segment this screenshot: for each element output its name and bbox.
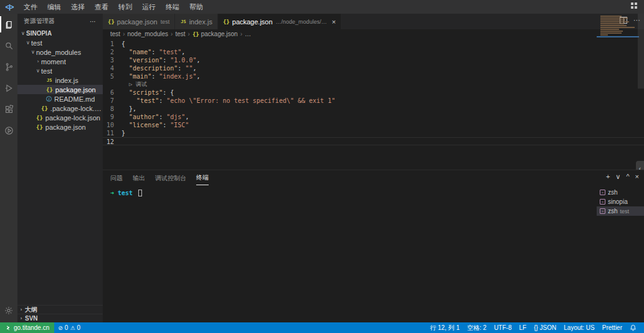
run-circle-icon[interactable]: [0, 120, 17, 141]
panel-tab[interactable]: 输出: [133, 171, 145, 185]
breadcrumb-item[interactable]: test: [110, 31, 120, 37]
menu-item[interactable]: 帮助: [184, 0, 208, 14]
tree-item[interactable]: iREADME.md: [17, 94, 103, 104]
maximize-panel-icon[interactable]: ^: [626, 173, 629, 181]
tree-item[interactable]: JSindex.js: [17, 75, 103, 85]
code-editor[interactable]: 1{2 "name": "test",3 "version": "1.0.0",…: [103, 39, 644, 170]
new-terminal-icon[interactable]: +: [606, 173, 610, 181]
explorer-title: 资源管理器: [24, 17, 55, 26]
line-number: 4: [103, 64, 121, 72]
terminal[interactable]: ➜ test: [110, 189, 594, 322]
editor-tab[interactable]: {}package.jsontest: [103, 14, 175, 29]
encoding-status[interactable]: UTF-8: [490, 322, 515, 333]
code-token: "license": [129, 122, 163, 128]
tab-suffix: test: [161, 19, 170, 25]
extensions-icon[interactable]: [0, 99, 17, 120]
breadcrumb-item[interactable]: test: [175, 31, 185, 37]
code-token: "djs": [166, 113, 185, 120]
eol-status[interactable]: LF: [515, 322, 530, 333]
activity-bar: [0, 14, 17, 322]
tree-item[interactable]: ›moment: [17, 57, 103, 66]
tree-item[interactable]: ∨test: [17, 38, 103, 47]
terminal-list-item[interactable]: >zsh: [597, 188, 644, 197]
notifications-bell-icon[interactable]: [626, 322, 640, 333]
code-token: :: [151, 73, 159, 80]
formatter-status[interactable]: Prettier: [599, 322, 626, 333]
terminal-dropdown-icon[interactable]: ∨: [615, 173, 620, 181]
keyboard-layout-status[interactable]: Layout: US: [560, 322, 598, 333]
source-control-icon[interactable]: [0, 56, 17, 77]
explorer-icon[interactable]: [0, 14, 17, 35]
code-text: }: [121, 129, 125, 137]
minimap[interactable]: [600, 16, 637, 37]
sidebar-section-svn[interactable]: ›SVN: [17, 314, 103, 322]
menu-item[interactable]: 文件: [19, 0, 42, 14]
line-number: 5: [103, 72, 121, 80]
sidebar-section-outline[interactable]: ›大纲: [17, 305, 103, 314]
close-panel-icon[interactable]: ×: [635, 173, 639, 181]
remote-indicator[interactable]: go.titande.cn: [0, 322, 54, 333]
editor-tab[interactable]: {}package.json…/node_modules/…×: [218, 14, 341, 29]
menu-item[interactable]: 终端: [161, 0, 184, 14]
tab-label: package.json: [232, 18, 273, 26]
tree-item[interactable]: {}.package-lock.json: [17, 104, 103, 113]
code-text: "version": "1.0.0",: [121, 56, 200, 64]
terminal-list-item[interactable]: >zshtest: [597, 206, 644, 216]
language-mode-status[interactable]: {} JSON: [530, 322, 560, 333]
panel-tab[interactable]: 问题: [110, 171, 123, 185]
search-icon[interactable]: [0, 35, 17, 56]
editor-tab[interactable]: JSindex.js: [175, 14, 218, 29]
tree-item-label: index.js: [55, 77, 78, 84]
panel-tab[interactable]: 调试控制台: [155, 171, 186, 185]
code-line: 6 "scripts": {: [103, 89, 644, 97]
run-debug-icon[interactable]: [0, 77, 17, 99]
menu-item[interactable]: 查看: [90, 0, 113, 14]
code-token: :: [151, 49, 159, 56]
breadcrumb-item[interactable]: {}package.json: [192, 31, 238, 37]
tree-item[interactable]: {}package.json: [17, 122, 103, 132]
codelens-debug-link[interactable]: ▷ 调试: [121, 80, 147, 89]
errors-icon: ⊘: [58, 325, 63, 331]
code-token: [121, 49, 129, 56]
breadcrumb-label: test: [110, 31, 120, 37]
tree-item[interactable]: ∨node_modules: [17, 47, 103, 57]
settings-gear-icon[interactable]: [0, 300, 17, 321]
minimap-line: [600, 32, 622, 34]
explorer-more-actions[interactable]: ⋯: [90, 18, 97, 25]
menu-item[interactable]: 运行: [137, 0, 161, 14]
tree-item-label: test: [41, 67, 52, 75]
terminal-icon: >: [600, 199, 605, 205]
breadcrumb-item[interactable]: node_modules: [127, 31, 168, 37]
panel-tab[interactable]: 终端: [196, 171, 209, 185]
section-label: SVN: [25, 315, 38, 322]
tree-item[interactable]: ∨test: [17, 66, 103, 75]
tree-item[interactable]: {}package.json: [17, 85, 103, 94]
status-bar: go.titande.cn ⊘ 0 ⚠ 0 行 12, 列 1空格: 2UTF-…: [0, 322, 644, 333]
code-line: 12: [103, 137, 644, 145]
problems-status[interactable]: ⊘ 0 ⚠ 0: [54, 322, 84, 333]
tab-close-icon[interactable]: ×: [332, 18, 336, 26]
terminal-list-item[interactable]: >sinopia: [597, 197, 644, 206]
menu-item[interactable]: 转到: [113, 0, 137, 14]
code-token: : {: [163, 89, 174, 96]
tree-item[interactable]: ∨SINOPIA: [17, 29, 103, 38]
breadcrumb-separator: ›: [123, 31, 125, 37]
readme-info-icon: i: [46, 96, 52, 102]
layout-expand-icon[interactable]: [630, 2, 638, 9]
breadcrumb-item[interactable]: …: [245, 31, 251, 37]
menu-item[interactable]: 编辑: [42, 0, 66, 14]
cursor-position-status[interactable]: 行 12, 列 1: [426, 322, 463, 333]
line-number: 12: [103, 138, 121, 145]
code-token: },: [121, 105, 136, 112]
code-token: ,: [181, 49, 185, 56]
tree-item[interactable]: {}package-lock.json: [17, 113, 103, 122]
code-token: "test": [159, 49, 181, 56]
code-token: :: [163, 122, 170, 128]
editor-scrollbar[interactable]: [638, 14, 644, 89]
code-token: [121, 122, 129, 128]
menu-item[interactable]: 选择: [66, 0, 90, 14]
code-line: ▷ 调试: [103, 80, 644, 89]
code-token: ,: [196, 73, 200, 80]
indentation-status[interactable]: 空格: 2: [463, 322, 490, 333]
minimap-line: [600, 19, 625, 21]
